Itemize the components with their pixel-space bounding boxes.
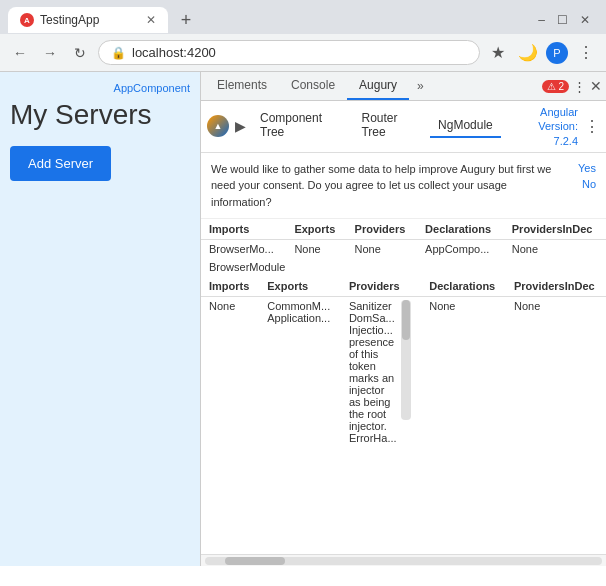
app-providers: None — [347, 240, 418, 259]
address-bar-row: ← → ↻ 🔒 localhost:4200 ★ 🌙 P ⋮ — [0, 34, 606, 71]
bm-providersindec: None — [506, 297, 606, 448]
bm-col-providersindec: ProvidersInDec — [506, 276, 606, 297]
browser-module-header: BrowserModule — [201, 258, 606, 276]
angular-version-number: 7.2.4 — [554, 135, 578, 147]
window-controls: – ☐ ✕ — [530, 13, 598, 27]
table-area[interactable]: Imports Exports Providers Declarations P… — [201, 219, 606, 554]
consent-no-button[interactable]: No — [578, 177, 596, 191]
tab-title: TestingApp — [40, 13, 140, 27]
address-text: localhost:4200 — [132, 45, 467, 60]
close-window-button[interactable]: ✕ — [580, 13, 590, 27]
angular-version: Angular Version: 7.2.4 — [501, 105, 578, 148]
devtools-settings-icon[interactable]: ⋮ — [569, 75, 590, 98]
bm-col-imports: Imports — [201, 276, 259, 297]
back-button[interactable]: ← — [8, 41, 32, 65]
devtools-right: Elements Console Augury » ⚠ 2 ⋮ ✕ ▲ ▶ Co… — [200, 72, 606, 566]
add-server-button[interactable]: Add Server — [10, 146, 111, 181]
augury-logo-icon: ▲ — [207, 115, 229, 137]
bm-col-providers: Providers — [341, 276, 421, 297]
app-content: AppComponent My Servers Add Server — [0, 72, 200, 566]
providers-list: Sanitizer DomSa... Injectio... presence … — [349, 300, 397, 444]
maximize-button[interactable]: ☐ — [557, 13, 568, 27]
augury-more-icon[interactable]: ⋮ — [584, 117, 600, 136]
minimize-button[interactable]: – — [538, 13, 545, 27]
lock-icon: 🔒 — [111, 46, 126, 60]
bm-export-commonm: CommonM... — [267, 300, 333, 312]
devtools-tabs: Elements Console Augury » ⚠ 2 ⋮ ✕ — [201, 72, 606, 101]
tab-component-tree[interactable]: Component Tree — [252, 107, 353, 145]
tab-overflow-button[interactable]: » — [409, 73, 432, 99]
bm-declarations: None — [421, 297, 506, 448]
favicon-icon: A — [20, 13, 34, 27]
consent-banner: We would like to gather some data to hel… — [201, 153, 606, 220]
app-exports: None — [286, 240, 346, 259]
moon-icon[interactable]: 🌙 — [516, 41, 540, 65]
browser-module-table: BrowserModule — [201, 258, 606, 276]
tab-elements[interactable]: Elements — [205, 72, 279, 100]
error-icon: ⚠ — [547, 81, 556, 92]
new-tab-button[interactable]: + — [172, 6, 200, 34]
tab-ngmodule[interactable]: NgModule — [430, 114, 501, 138]
consent-buttons: Yes No — [578, 161, 596, 211]
augury-toolbar: ▲ ▶ Component Tree Router Tree NgModule … — [201, 101, 606, 153]
app-title: My Servers — [10, 98, 190, 132]
consent-yes-button[interactable]: Yes — [578, 161, 596, 175]
h-scroll-track — [205, 557, 602, 565]
h-scroll-thumb[interactable] — [225, 557, 285, 565]
horizontal-scrollbar[interactable] — [201, 554, 606, 566]
tab-bar: A TestingApp ✕ + – ☐ ✕ — [0, 0, 606, 34]
tab-close-icon[interactable]: ✕ — [146, 13, 156, 27]
star-icon[interactable]: ★ — [486, 41, 510, 65]
tab-augury[interactable]: Augury — [347, 72, 409, 100]
providers-scroll-thumb[interactable] — [402, 300, 410, 340]
refresh-button[interactable]: ↻ — [68, 41, 92, 65]
profile-icon[interactable]: P — [546, 42, 568, 64]
angular-version-label: Angular Version: — [538, 106, 578, 132]
col-declarations: Declarations — [417, 219, 504, 240]
consent-text: We would like to gather some data to hel… — [211, 161, 570, 211]
browser-module-data-table: Imports Exports Providers Declarations P… — [201, 276, 606, 447]
address-bar[interactable]: 🔒 localhost:4200 — [98, 40, 480, 65]
bm-exports: CommonM... Application... — [259, 297, 341, 448]
app-imports: BrowserMo... — [201, 240, 286, 259]
col-imports: Imports — [201, 219, 286, 240]
bm-providers: Sanitizer DomSa... Injectio... presence … — [341, 297, 421, 448]
bm-col-exports: Exports — [259, 276, 341, 297]
bm-imports: None — [201, 297, 259, 448]
forward-button[interactable]: → — [38, 41, 62, 65]
cursor-icon[interactable]: ▶ — [235, 118, 246, 134]
augury-content: We would like to gather some data to hel… — [201, 153, 606, 566]
app-component-label: AppComponent — [10, 82, 190, 94]
col-providersindec: ProvidersInDec — [504, 219, 606, 240]
tab-router-tree[interactable]: Router Tree — [353, 107, 430, 145]
tab-console[interactable]: Console — [279, 72, 347, 100]
browser-module-row: None CommonM... Application... Sanitizer… — [201, 297, 606, 448]
col-exports: Exports — [286, 219, 346, 240]
browser-chrome: A TestingApp ✕ + – ☐ ✕ ← → ↻ 🔒 localhost… — [0, 0, 606, 72]
col-providers: Providers — [347, 219, 418, 240]
error-count: 2 — [558, 81, 564, 92]
bm-col-declarations: Declarations — [421, 276, 506, 297]
error-badge: ⚠ 2 — [542, 80, 569, 93]
app-module-table: Imports Exports Providers Declarations P… — [201, 219, 606, 258]
devtools-panel: AppComponent My Servers Add Server Eleme… — [0, 72, 606, 566]
browser-module-header-row: BrowserModule — [201, 258, 606, 276]
devtools-close-button[interactable]: ✕ — [590, 78, 602, 94]
app-module-row: BrowserMo... None None AppCompo... None — [201, 240, 606, 259]
app-providersindec: None — [504, 240, 606, 259]
bm-export-application: Application... — [267, 312, 333, 324]
toolbar-icons: ★ 🌙 P ⋮ — [486, 41, 598, 65]
browser-tab[interactable]: A TestingApp ✕ — [8, 7, 168, 33]
menu-icon[interactable]: ⋮ — [574, 41, 598, 65]
app-declarations: AppCompo... — [417, 240, 504, 259]
